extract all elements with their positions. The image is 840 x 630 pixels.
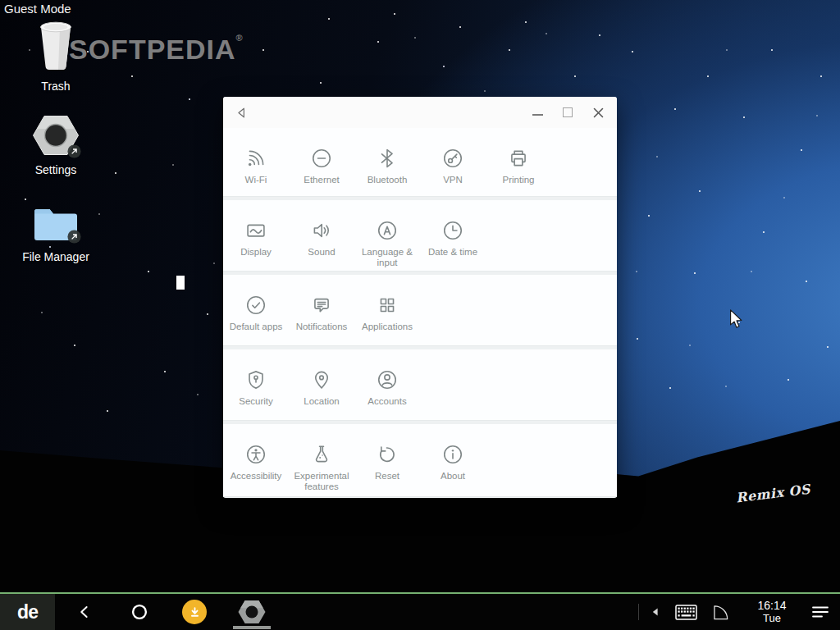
settings-tile-label: Date & time: [428, 247, 477, 258]
settings-window: Wi-FiEthernetBluetoothVPNPrintingDisplay…: [223, 97, 617, 498]
display-icon: [244, 219, 267, 242]
notifications-icon: [310, 294, 333, 317]
applications-icon: [376, 294, 399, 317]
taskbar: de: [0, 594, 840, 630]
settings-tile-label: Bluetooth: [368, 175, 408, 185]
back-button[interactable]: [232, 103, 250, 121]
mouse-cursor: [729, 308, 744, 333]
active-app-indicator: [233, 626, 271, 629]
minimize-button[interactable]: [532, 107, 543, 118]
settings-section: SecurityLocationAccounts: [223, 349, 617, 421]
shortcut-arrow-icon: [67, 144, 81, 158]
settings-tile-about[interactable]: About: [420, 424, 486, 482]
nav-home-button[interactable]: [127, 594, 152, 630]
settings-tile-label: Reset: [375, 471, 399, 482]
settings-tile-wifi[interactable]: Wi-Fi: [223, 128, 289, 185]
desktop-icon-trash[interactable]: Trash: [16, 20, 95, 93]
printing-icon: [507, 147, 530, 170]
remix-logo-button[interactable]: de: [0, 594, 55, 630]
settings-tile-label: Wi-Fi: [245, 175, 267, 185]
clock-time: 16:14: [757, 600, 786, 612]
window-titlebar[interactable]: [223, 97, 617, 129]
settings-tile-display[interactable]: Display: [223, 200, 289, 258]
settings-tile-notifications[interactable]: Notifications: [289, 275, 354, 332]
settings-tile-applications[interactable]: Applications: [354, 275, 420, 332]
tray-collapse-button[interactable]: [646, 594, 663, 630]
accessibility-icon: [244, 443, 267, 466]
stars-layer-dim: [0, 0, 2, 2]
desktop-icon-label: Settings: [16, 163, 95, 176]
keyboard-icon: [675, 605, 697, 620]
settings-tile-reset[interactable]: Reset: [354, 424, 420, 482]
settings-tile-accessibility[interactable]: Accessibility: [223, 424, 289, 482]
settings-tile-default-apps[interactable]: Default apps: [223, 275, 289, 332]
quarter-circle-tray-button[interactable]: [707, 594, 733, 630]
settings-tile-sound[interactable]: Sound: [289, 200, 354, 258]
accounts-icon: [376, 368, 399, 391]
back-triangle-icon: [235, 106, 249, 120]
download-icon: [182, 600, 207, 624]
settings-tile-label: Default apps: [230, 322, 283, 332]
settings-tile-label: Security: [239, 396, 273, 407]
keyboard-tray-button[interactable]: [673, 594, 699, 630]
maximize-icon: [563, 107, 573, 117]
settings-tile-label: Experimental features: [289, 471, 354, 492]
settings-tile-label: Applications: [362, 322, 413, 332]
settings-tile-label: Accessibility: [231, 471, 282, 482]
close-button[interactable]: [592, 107, 604, 118]
bluetooth-icon: [376, 147, 399, 170]
maximize-button[interactable]: [562, 107, 573, 118]
settings-tile-label: About: [441, 471, 465, 482]
hamburger-menu-icon: [811, 605, 829, 619]
settings-tile-bluetooth[interactable]: Bluetooth: [354, 128, 420, 185]
taskbar-settings-app-button[interactable]: [237, 594, 267, 630]
home-circle-icon: [130, 603, 148, 621]
settings-tile-experimental[interactable]: Experimental features: [289, 424, 354, 492]
guest-mode-label: Guest Mode: [4, 2, 71, 16]
nav-back-button[interactable]: [72, 594, 97, 630]
settings-section: Wi-FiEthernetBluetoothVPNPrinting: [223, 128, 617, 197]
clock-day: Tue: [763, 612, 781, 624]
settings-tile-language[interactable]: Language & input: [354, 200, 420, 268]
settings-tile-label: VPN: [443, 175, 463, 185]
desktop-icon-file-manager[interactable]: File Manager: [16, 205, 95, 263]
back-chevron-icon: [77, 604, 92, 620]
settings-section: AccessibilityExperimental featuresResetA…: [223, 424, 617, 497]
desktop-icon-label: Trash: [16, 80, 95, 93]
desktop-icon-label: File Manager: [16, 250, 95, 263]
settings-tile-datetime[interactable]: Date & time: [420, 200, 486, 258]
settings-tile-ethernet[interactable]: Ethernet: [289, 128, 354, 185]
quarter-circle-icon: [710, 601, 731, 623]
trash-icon: [35, 20, 76, 72]
close-icon: [593, 107, 604, 118]
settings-tile-label: Display: [240, 247, 272, 258]
security-icon: [244, 368, 267, 391]
settings-tile-label: Accounts: [368, 396, 406, 407]
settings-tile-label: Sound: [308, 247, 335, 258]
settings-tile-label: Notifications: [296, 322, 348, 332]
minimize-icon: [532, 114, 543, 116]
datetime-icon: [441, 219, 464, 242]
settings-nut-icon: [238, 600, 266, 624]
settings-tile-security[interactable]: Security: [223, 349, 289, 407]
settings-tile-location[interactable]: Location: [289, 349, 354, 407]
settings-tile-label: Location: [304, 396, 339, 407]
settings-sections: Wi-FiEthernetBluetoothVPNPrintingDisplay…: [223, 128, 617, 498]
taskbar-divider: [638, 604, 639, 620]
experimental-icon: [310, 443, 333, 466]
reset-icon: [376, 443, 399, 466]
ethernet-icon: [310, 147, 333, 170]
settings-section: DisplaySoundLanguage & inputDate & time: [223, 200, 617, 272]
settings-tile-label: Printing: [503, 175, 535, 185]
language-icon: [376, 219, 399, 242]
taskbar-clock[interactable]: 16:14 Tue: [745, 594, 799, 630]
settings-tile-accounts[interactable]: Accounts: [354, 349, 420, 407]
settings-tile-printing[interactable]: Printing: [486, 128, 551, 185]
shortcut-arrow-icon: [67, 230, 81, 244]
desktop-icon-settings[interactable]: Settings: [16, 115, 95, 176]
taskbar-download-app-button[interactable]: [182, 594, 207, 630]
stray-text-cursor-artifact: [176, 276, 185, 290]
settings-tile-vpn[interactable]: VPN: [420, 128, 486, 185]
notifications-menu-button[interactable]: [807, 594, 833, 630]
settings-tile-label: Ethernet: [304, 175, 339, 185]
